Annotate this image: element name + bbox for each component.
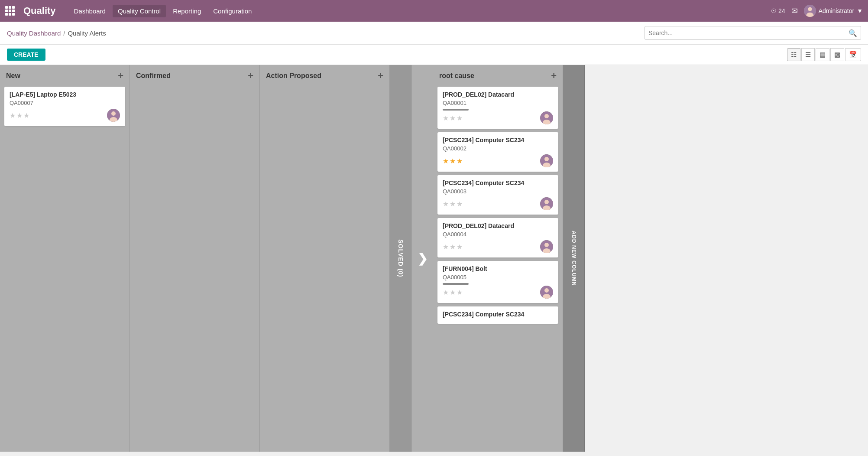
card-avatar: [540, 286, 553, 299]
kanban-board: New + [LAP-E5] Laptop E5023 QA00007 ★ ★ …: [0, 65, 868, 452]
nav-quality-control[interactable]: Quality Control: [113, 5, 166, 17]
app-grid-icon[interactable]: [5, 6, 15, 16]
col-cards-root-cause: [PROD_DEL02] Datacard QA00001 ★ ★ ★: [433, 87, 563, 452]
col-title-confirmed: Confirmed: [136, 72, 171, 80]
arrow-right-icon: ❯: [418, 251, 428, 266]
card-id: QA00002: [443, 145, 553, 152]
card-stars[interactable]: ★ ★ ★: [443, 200, 463, 208]
card-avatar: [540, 154, 553, 167]
user-menu[interactable]: Administrator ▼: [804, 5, 863, 17]
card-footer: ★ ★ ★: [443, 197, 553, 210]
card-stars[interactable]: ★ ★ ★: [10, 111, 29, 120]
star-3: ★: [457, 157, 463, 165]
card-qa00003[interactable]: [PCSC234] Computer SC234 QA00003 ★ ★ ★: [437, 175, 558, 215]
col-cards-action-proposed: [260, 87, 389, 452]
view-list-button[interactable]: ☰: [801, 48, 815, 61]
card-title: [PCSC234] Computer SC234: [443, 311, 553, 318]
nav-reporting[interactable]: Reporting: [168, 5, 206, 17]
star-2: ★: [450, 114, 456, 122]
card-stars[interactable]: ★ ★ ★: [443, 243, 463, 251]
card-title: [LAP-E5] Laptop E5023: [10, 91, 120, 98]
add-new-column-button[interactable]: ADD NEW COLUMN: [563, 65, 585, 452]
card-footer: ★ ★ ★: [443, 240, 553, 253]
card-title: [PROD_DEL02] Datacard: [443, 222, 553, 229]
star-1: ★: [443, 243, 449, 251]
breadcrumb: Quality Dashboard / Quality Alerts: [7, 29, 106, 37]
column-root-cause: root cause + [PROD_DEL02] Datacard QA000…: [433, 65, 563, 452]
col-cards-new: [LAP-E5] Laptop E5023 QA00007 ★ ★ ★: [0, 87, 130, 452]
add-card-confirmed-button[interactable]: +: [248, 70, 253, 81]
card-avatar: [540, 111, 553, 124]
col-title-action-proposed: Action Proposed: [266, 72, 321, 80]
user-avatar: [804, 5, 816, 17]
svg-point-7: [544, 114, 549, 118]
svg-point-4: [111, 111, 116, 116]
card-id: QA00007: [10, 100, 120, 106]
card-title: [PCSC234] Computer SC234: [443, 137, 553, 143]
nav-configuration[interactable]: Configuration: [208, 5, 257, 17]
star-1: ★: [443, 114, 449, 122]
card-qa00004[interactable]: [PROD_DEL02] Datacard QA00004 ★ ★ ★: [437, 218, 558, 257]
card-stars[interactable]: ★ ★ ★: [443, 288, 463, 296]
column-solved[interactable]: SOLVED (0): [390, 65, 411, 452]
message-icon[interactable]: ✉: [791, 6, 798, 16]
col-title-new: New: [6, 72, 20, 80]
card-stars[interactable]: ★ ★ ★: [443, 157, 463, 165]
toolbar: CREATE ☷ ☰ ▤ ▩ 📅: [0, 45, 868, 65]
card-qa00005[interactable]: [FURN004] Bolt QA00005 ★ ★ ★: [437, 261, 558, 303]
star-2: ★: [450, 157, 456, 165]
card-stars[interactable]: ★ ★ ★: [443, 114, 463, 122]
breadcrumb-bar: Quality Dashboard / Quality Alerts 🔍: [0, 22, 868, 45]
star-3: ★: [457, 200, 463, 208]
card-qa00001[interactable]: [PROD_DEL02] Datacard QA00001 ★ ★ ★: [437, 87, 558, 129]
user-name: Administrator: [819, 7, 854, 14]
star-3: ★: [457, 243, 463, 251]
col-header-new: New +: [0, 65, 130, 87]
col-title-root-cause: root cause: [439, 72, 474, 80]
card-progress-bar: [443, 283, 469, 285]
view-calendar-button[interactable]: 📅: [845, 48, 861, 61]
view-switchers: ☷ ☰ ▤ ▩ 📅: [787, 48, 861, 61]
notification-count[interactable]: ☉ 24: [771, 7, 785, 14]
app-brand: Quality: [23, 5, 56, 16]
breadcrumb-separator: /: [63, 29, 65, 37]
star-1: ★: [443, 200, 449, 208]
card-title: [PCSC234] Computer SC234: [443, 179, 553, 186]
card-qa00006[interactable]: [PCSC234] Computer SC234: [437, 306, 558, 324]
column-confirmed: Confirmed +: [130, 65, 260, 452]
create-button[interactable]: CREATE: [7, 49, 45, 61]
column-action-proposed: Action Proposed +: [260, 65, 390, 452]
star-2: ★: [450, 243, 456, 251]
column-new: New + [LAP-E5] Laptop E5023 QA00007 ★ ★ …: [0, 65, 130, 452]
breadcrumb-link[interactable]: Quality Dashboard: [7, 29, 61, 37]
star-2: ★: [16, 111, 23, 120]
col-header-root-cause: root cause +: [433, 65, 563, 87]
col-header-confirmed: Confirmed +: [130, 65, 259, 87]
card-id: QA00003: [443, 188, 553, 195]
card-qa00007[interactable]: [LAP-E5] Laptop E5023 QA00007 ★ ★ ★: [4, 87, 125, 126]
nav-dashboard[interactable]: Dashboard: [69, 5, 111, 17]
add-card-new-button[interactable]: +: [118, 70, 123, 81]
solved-label: SOLVED (0): [397, 239, 404, 277]
view-kanban-button[interactable]: ☷: [787, 48, 800, 61]
add-column-label: ADD NEW COLUMN: [571, 231, 577, 286]
top-nav: Quality Dashboard Quality Control Report…: [0, 0, 868, 22]
svg-point-1: [808, 7, 812, 11]
add-card-action-button[interactable]: +: [378, 70, 383, 81]
col-header-action-proposed: Action Proposed +: [260, 65, 389, 87]
svg-point-19: [544, 288, 549, 293]
star-3: ★: [23, 111, 29, 120]
view-grid-button[interactable]: ▤: [816, 48, 829, 61]
card-footer: ★ ★ ★: [443, 154, 553, 167]
card-title: [PROD_DEL02] Datacard: [443, 91, 553, 98]
add-card-root-cause-button[interactable]: +: [551, 70, 557, 81]
star-1: ★: [10, 111, 16, 120]
right-area: ☉ 24 ✉ Administrator ▼: [771, 5, 863, 17]
star-1: ★: [443, 157, 449, 165]
scroll-right-button[interactable]: ❯: [411, 65, 433, 452]
card-avatar: [540, 197, 553, 210]
search-input[interactable]: [648, 29, 849, 36]
view-chart-button[interactable]: ▩: [830, 48, 844, 61]
card-footer: ★ ★ ★: [443, 111, 553, 124]
card-qa00002[interactable]: [PCSC234] Computer SC234 QA00002 ★ ★ ★: [437, 132, 558, 172]
